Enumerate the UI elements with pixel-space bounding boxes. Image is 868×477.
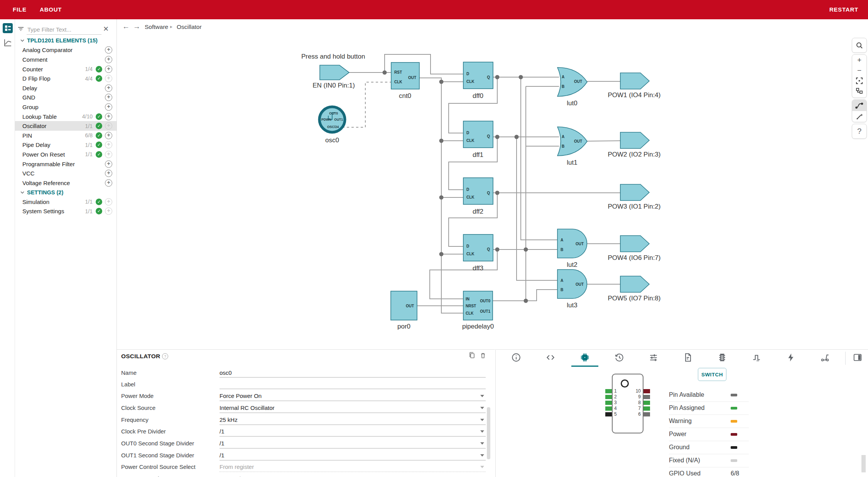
- tab-chip[interactable]: [580, 352, 590, 362]
- chip-pin-2[interactable]: [605, 395, 612, 399]
- out1-divider-select[interactable]: /1: [220, 450, 486, 460]
- svg-text:PDWN: PDWN: [321, 118, 331, 121]
- sidebar-item-comment[interactable]: Comment+: [15, 55, 117, 64]
- sidebar-item-delay[interactable]: Delay+: [15, 83, 117, 93]
- dropdown-arrow-icon: [480, 395, 484, 397]
- tab-info[interactable]: [511, 352, 521, 362]
- wire-tool-icon[interactable]: [852, 100, 866, 111]
- pin-pow4[interactable]: [620, 236, 649, 252]
- menu-about[interactable]: ABOUT: [40, 0, 62, 19]
- switch-button[interactable]: SWITCH: [698, 368, 726, 381]
- chip-pin-3[interactable]: [605, 401, 612, 405]
- chip-pin-7[interactable]: [643, 406, 650, 411]
- sidebar-item-vcc[interactable]: VCC+: [15, 169, 117, 178]
- sidebar-item-analog-comparator[interactable]: Analog Comparator+: [15, 46, 117, 55]
- sidebar-item-gnd[interactable]: GND+: [15, 93, 117, 103]
- svg-text:A: A: [562, 135, 564, 139]
- add-icon[interactable]: +: [105, 66, 112, 73]
- sidebar-item-simulation[interactable]: Simulation1/1✓+: [15, 197, 117, 207]
- layout-tree-icon[interactable]: [852, 86, 866, 96]
- add-icon[interactable]: +: [105, 56, 112, 63]
- sidebar-item-voltage-reference[interactable]: Voltage Reference+: [15, 178, 117, 188]
- svg-text:OUT: OUT: [408, 76, 416, 80]
- tab-code[interactable]: [545, 352, 556, 362]
- panel-toggle-icon[interactable]: [853, 352, 863, 362]
- add-icon[interactable]: +: [105, 179, 112, 187]
- tab-bolt[interactable]: [786, 352, 796, 362]
- power-mode-select[interactable]: Force Power On: [220, 391, 486, 401]
- canvas-help-button[interactable]: ?: [852, 124, 867, 139]
- waveform-view-icon[interactable]: [3, 38, 13, 48]
- tab-scooter[interactable]: [820, 352, 830, 362]
- tab-history[interactable]: [614, 352, 624, 362]
- add-icon[interactable]: +: [105, 160, 112, 168]
- check-icon: ✓: [96, 113, 102, 120]
- fit-view-icon[interactable]: [852, 76, 866, 86]
- copy-icon[interactable]: [469, 352, 476, 359]
- sidebar-item-system-settings[interactable]: System Settings1/1✓+: [15, 207, 117, 216]
- zoom-out-icon[interactable]: −: [852, 65, 866, 76]
- menu-file[interactable]: FILE: [13, 0, 27, 19]
- frequency-select[interactable]: 25 kHz: [220, 415, 486, 425]
- add-icon[interactable]: +: [105, 46, 112, 54]
- canvas-search-button[interactable]: [852, 38, 867, 53]
- svg-text:EN (IN0 Pin:1): EN (IN0 Pin:1): [312, 82, 355, 89]
- add-icon[interactable]: +: [105, 170, 112, 177]
- sidebar-item-power-on-reset[interactable]: Power On Reset1/1✓+: [15, 150, 117, 159]
- help-icon[interactable]: ?: [162, 353, 168, 359]
- clear-filter-icon[interactable]: ✕: [103, 25, 109, 33]
- clock-pre-divider-select[interactable]: /1: [220, 426, 486, 437]
- sidebar-section-settings[interactable]: SETTINGS (2): [15, 188, 117, 197]
- pin-pow1[interactable]: [620, 73, 649, 89]
- sidebar-item-d-flip-flop[interactable]: D Flip Flop4/4✓+: [15, 74, 117, 83]
- add-icon[interactable]: +: [105, 84, 112, 92]
- sidebar-section-elements[interactable]: TPLD1201 ELEMENTS (15): [15, 36, 117, 46]
- tab-tune[interactable]: [648, 352, 659, 362]
- sidebar-item-group[interactable]: Group+: [15, 102, 117, 112]
- chip-pin-4[interactable]: [605, 406, 612, 411]
- back-arrow-icon[interactable]: ←: [122, 22, 130, 31]
- canvas-annotation: Press and hold button: [301, 53, 365, 60]
- properties-scrollbar[interactable]: [487, 407, 490, 459]
- add-icon[interactable]: +: [105, 113, 112, 120]
- pin-en[interactable]: [320, 65, 349, 80]
- elements-view-icon[interactable]: [3, 23, 13, 33]
- add-icon[interactable]: +: [105, 132, 112, 139]
- chip-pin-9[interactable]: [643, 395, 650, 399]
- chip-pin-8[interactable]: [643, 401, 650, 405]
- tab-ic-package[interactable]: [717, 352, 727, 362]
- node-lut1[interactable]: [557, 127, 587, 156]
- page-scrollbar[interactable]: [861, 455, 866, 472]
- sidebar-item-oscillator[interactable]: Oscillator1/1✓+: [15, 121, 117, 131]
- breadcrumb-oscillator[interactable]: Oscillator: [177, 24, 202, 30]
- delete-icon[interactable]: [480, 352, 486, 359]
- node-lut0[interactable]: [557, 67, 587, 96]
- tab-document[interactable]: [683, 352, 693, 362]
- chip-pin-6[interactable]: [643, 412, 650, 416]
- pin-pow2[interactable]: [620, 132, 649, 148]
- sidebar-item-counter[interactable]: Counter1/4✓+: [15, 64, 117, 74]
- pin-pow3[interactable]: [620, 184, 649, 201]
- clock-source-select[interactable]: Internal RC Oscillator: [220, 403, 486, 413]
- pin-pow5[interactable]: [620, 276, 649, 292]
- zoom-in-icon[interactable]: +: [852, 55, 866, 65]
- probe-tool-icon[interactable]: [852, 111, 866, 122]
- tab-pulse[interactable]: [751, 352, 762, 362]
- name-input[interactable]: [220, 368, 486, 378]
- restart-button[interactable]: RESTART: [829, 0, 858, 19]
- out0-divider-select[interactable]: /1: [220, 438, 486, 448]
- sidebar-item-programmable-filter[interactable]: Programmable Filter+: [15, 159, 117, 169]
- breadcrumb-software[interactable]: Software: [145, 24, 168, 30]
- forward-arrow-icon[interactable]: →: [133, 22, 140, 31]
- sidebar-item-pin[interactable]: PIN6/8✓+: [15, 131, 117, 140]
- sidebar-item-pipe-delay[interactable]: Pipe Delay1/1✓+: [15, 140, 117, 150]
- add-icon[interactable]: +: [105, 103, 112, 111]
- chip-pin-1[interactable]: [605, 389, 612, 393]
- chip-pin-10[interactable]: [643, 389, 650, 393]
- label-input[interactable]: [220, 379, 486, 389]
- filter-input[interactable]: [27, 24, 101, 35]
- schematic-canvas[interactable]: RST CLK OUT D CLK Q D CLK Q D CLK Q D CL…: [117, 35, 868, 349]
- sidebar-item-lookup-table[interactable]: Lookup Table4/10✓+: [15, 112, 117, 121]
- chip-pin-5[interactable]: [605, 412, 612, 416]
- add-icon[interactable]: +: [105, 94, 112, 101]
